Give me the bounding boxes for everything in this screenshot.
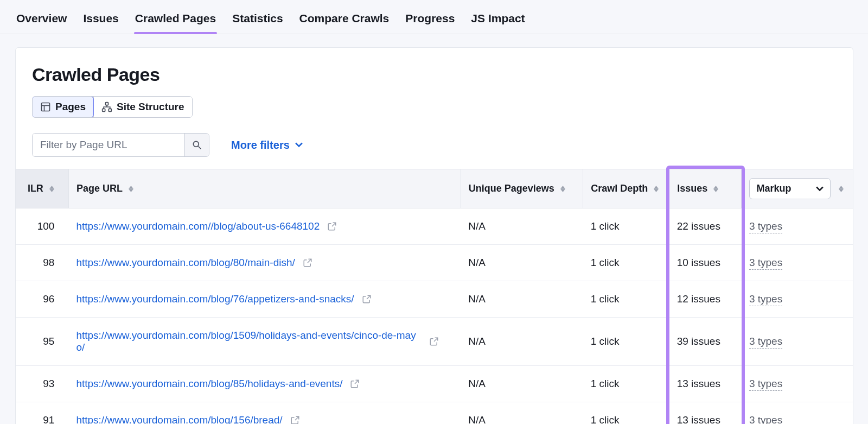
page-url-link[interactable]: https://www.yourdomain.com/blog/85/holid… xyxy=(76,378,342,390)
table-wrapper: ILR Page URL Unique Pageviews Crawl Dept… xyxy=(16,169,853,424)
external-link-icon[interactable] xyxy=(303,258,312,268)
svg-marker-15 xyxy=(654,189,659,192)
markup-types[interactable]: 3 types xyxy=(742,245,853,281)
tab-crawled-pages[interactable]: Crawled Pages xyxy=(134,8,217,34)
svg-rect-0 xyxy=(42,103,50,111)
chevron-down-icon xyxy=(816,186,824,192)
external-link-icon[interactable] xyxy=(290,415,300,424)
page-url-link[interactable]: https://www.yourdomain.com/blog/80/main-… xyxy=(76,257,295,269)
tab-issues[interactable]: Issues xyxy=(82,8,119,34)
table-row: 96https://www.yourdomain.com/blog/76/app… xyxy=(16,281,853,318)
sort-icon xyxy=(839,186,844,192)
page-title: Crawled Pages xyxy=(32,64,837,85)
ilr-value: 96 xyxy=(16,281,68,318)
url-cell: https://www.yourdomain.com/blog/80/main-… xyxy=(68,245,461,281)
tab-overview[interactable]: Overview xyxy=(15,8,68,34)
issues-value[interactable]: 10 issues xyxy=(669,245,742,281)
col-markup[interactable]: Markup xyxy=(742,169,853,208)
col-page-url[interactable]: Page URL xyxy=(68,169,461,208)
url-filter-input[interactable] xyxy=(33,134,184,156)
sort-icon xyxy=(713,186,718,192)
svg-marker-17 xyxy=(713,189,718,192)
svg-rect-5 xyxy=(108,109,111,111)
svg-line-7 xyxy=(199,147,201,149)
more-filters-button[interactable]: More filters xyxy=(231,139,303,151)
ilr-value: 91 xyxy=(16,402,68,425)
svg-marker-13 xyxy=(560,189,565,192)
external-link-icon[interactable] xyxy=(327,222,337,231)
url-filter-group xyxy=(32,133,209,157)
tab-progress[interactable]: Progress xyxy=(404,8,456,34)
pageviews-value: N/A xyxy=(461,318,583,366)
url-cell: https://www.yourdomain.com//blog/about-u… xyxy=(68,208,461,245)
svg-rect-3 xyxy=(105,103,108,105)
pageviews-value: N/A xyxy=(461,402,583,425)
table-row: 93https://www.yourdomain.com/blog/85/hol… xyxy=(16,366,853,402)
col-unique-pageviews[interactable]: Unique Pageviews xyxy=(461,169,583,208)
col-ilr[interactable]: ILR xyxy=(16,169,68,208)
crawl-depth-value: 1 click xyxy=(583,208,669,245)
col-issues[interactable]: Issues xyxy=(669,169,742,208)
svg-marker-11 xyxy=(129,189,133,192)
crawl-depth-value: 1 click xyxy=(583,318,669,366)
svg-marker-19 xyxy=(839,189,844,192)
issues-value[interactable]: 13 issues xyxy=(669,402,742,425)
svg-point-6 xyxy=(193,141,199,147)
markup-select[interactable]: Markup xyxy=(749,178,831,199)
svg-marker-10 xyxy=(129,186,133,189)
external-link-icon[interactable] xyxy=(429,337,439,346)
page-url-link[interactable]: https://www.yourdomain.com/blog/1509/hol… xyxy=(76,330,422,353)
pageviews-value: N/A xyxy=(461,281,583,318)
sort-icon xyxy=(129,186,133,192)
markup-types[interactable]: 3 types xyxy=(742,318,853,366)
svg-marker-18 xyxy=(839,186,844,189)
url-cell: https://www.yourdomain.com/blog/76/appet… xyxy=(68,281,461,318)
tab-compare-crawls[interactable]: Compare Crawls xyxy=(298,8,391,34)
col-crawl-depth[interactable]: Crawl Depth xyxy=(583,169,669,208)
table-row: 100https://www.yourdomain.com//blog/abou… xyxy=(16,208,853,245)
toggle-site-structure-label: Site Structure xyxy=(117,101,184,113)
search-button[interactable] xyxy=(184,134,209,156)
url-cell: https://www.yourdomain.com/blog/1509/hol… xyxy=(68,318,461,366)
sort-icon xyxy=(49,186,54,192)
crawl-depth-value: 1 click xyxy=(583,366,669,402)
chevron-down-icon xyxy=(295,141,303,149)
page-url-link[interactable]: https://www.yourdomain.com//blog/about-u… xyxy=(76,220,320,232)
table-row: 98https://www.yourdomain.com/blog/80/mai… xyxy=(16,245,853,281)
crawled-pages-table: ILR Page URL Unique Pageviews Crawl Dept… xyxy=(16,169,853,424)
ilr-value: 95 xyxy=(16,318,68,366)
tab-js-impact[interactable]: JS Impact xyxy=(470,8,526,34)
ilr-value: 98 xyxy=(16,245,68,281)
external-link-icon[interactable] xyxy=(350,379,360,389)
markup-types[interactable]: 3 types xyxy=(742,366,853,402)
svg-marker-9 xyxy=(49,189,54,192)
url-cell: https://www.yourdomain.com/blog/85/holid… xyxy=(68,366,461,402)
crawl-depth-value: 1 click xyxy=(583,245,669,281)
crawl-depth-value: 1 click xyxy=(583,402,669,425)
markup-types[interactable]: 3 types xyxy=(742,208,853,245)
pages-icon xyxy=(40,102,51,112)
page-url-link[interactable]: https://www.yourdomain.com/blog/76/appet… xyxy=(76,293,354,305)
tab-statistics[interactable]: Statistics xyxy=(231,8,284,34)
page-url-link[interactable]: https://www.yourdomain.com/blog/156/brea… xyxy=(76,414,282,424)
view-toggle: Pages Site Structure xyxy=(32,96,193,118)
ilr-value: 100 xyxy=(16,208,68,245)
toggle-site-structure[interactable]: Site Structure xyxy=(93,97,192,117)
external-link-icon[interactable] xyxy=(362,294,372,304)
issues-value[interactable]: 22 issues xyxy=(669,208,742,245)
sort-icon xyxy=(654,186,659,192)
markup-types[interactable]: 3 types xyxy=(742,402,853,425)
svg-marker-8 xyxy=(49,186,54,189)
pageviews-value: N/A xyxy=(461,245,583,281)
issues-value[interactable]: 39 issues xyxy=(669,318,742,366)
issues-value[interactable]: 12 issues xyxy=(669,281,742,318)
svg-marker-12 xyxy=(560,186,565,189)
issues-value[interactable]: 13 issues xyxy=(669,366,742,402)
sort-icon xyxy=(560,186,565,192)
toggle-pages[interactable]: Pages xyxy=(32,96,94,118)
markup-types[interactable]: 3 types xyxy=(742,281,853,318)
toggle-pages-label: Pages xyxy=(55,101,86,113)
pageviews-value: N/A xyxy=(461,208,583,245)
crawl-depth-value: 1 click xyxy=(583,281,669,318)
svg-marker-16 xyxy=(713,186,718,189)
